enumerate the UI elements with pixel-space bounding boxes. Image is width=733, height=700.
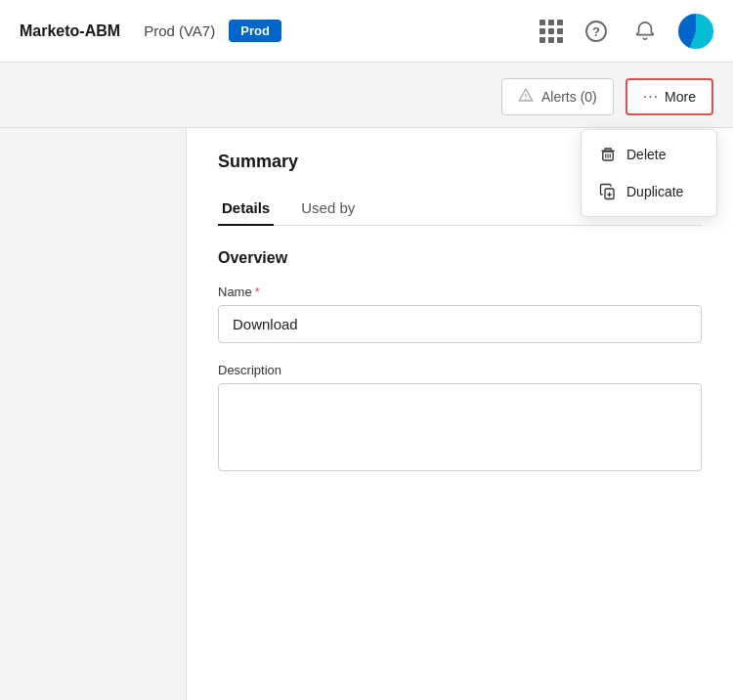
navbar: Marketo-ABM Prod (VA7) Prod ? [0,0,733,63]
duplicate-icon [599,183,617,200]
more-label: More [665,89,696,105]
more-dots-icon: ··· [643,88,659,106]
tab-used-by[interactable]: Used by [297,192,359,226]
bell-icon[interactable] [629,16,661,47]
required-star: * [255,284,260,299]
left-sidebar [0,128,186,700]
svg-point-3 [525,98,526,99]
alert-triangle-icon [518,87,534,107]
more-dropdown-menu: Delete Duplicate [581,129,717,217]
duplicate-menu-item[interactable]: Duplicate [582,173,716,210]
delete-label: Delete [626,147,666,162]
trash-icon [599,146,617,163]
nav-env-label: Prod (VA7) [144,22,215,39]
nav-prod-badge[interactable]: Prod [229,20,281,42]
tab-details[interactable]: Details [218,192,274,226]
grid-icon[interactable] [539,20,563,43]
nav-icons: ? [539,14,713,49]
name-input[interactable] [218,305,702,343]
svg-text:?: ? [592,24,600,39]
description-label: Description [218,363,702,377]
delete-menu-item[interactable]: Delete [582,136,716,173]
more-button[interactable]: ··· More [625,78,713,115]
description-field-group: Description [218,363,702,475]
nav-brand: Marketo-ABM [20,22,120,40]
alerts-label: Alerts (0) [541,89,597,105]
name-label: Name* [218,284,702,299]
user-avatar[interactable] [678,14,713,49]
name-field-group: Name* [218,284,702,363]
overview-title: Overview [218,249,702,267]
help-icon[interactable]: ? [581,16,612,47]
toolbar: Alerts (0) ··· More Delete Dupl [0,63,733,128]
duplicate-label: Duplicate [626,184,683,199]
description-textarea[interactable] [218,383,702,471]
alerts-button[interactable]: Alerts (0) [501,78,614,115]
